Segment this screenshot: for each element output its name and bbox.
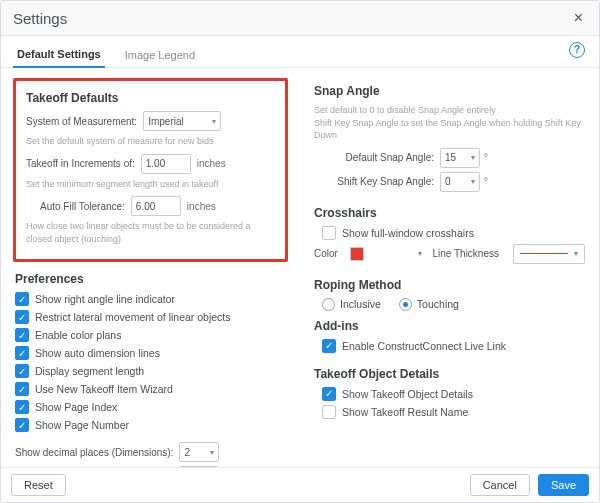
preference-checkbox[interactable]: ✓ <box>15 328 29 342</box>
live-link-checkbox[interactable]: ✓ <box>322 339 336 353</box>
preference-checkbox[interactable]: ✓ <box>15 400 29 414</box>
roping-inclusive-option[interactable]: Inclusive <box>322 298 381 311</box>
show-object-details-checkbox[interactable]: ✓ <box>322 387 336 401</box>
autofill-unit: inches <box>187 201 216 212</box>
preferences-title: Preferences <box>15 272 286 286</box>
chevron-down-icon[interactable]: ▾ <box>412 249 422 258</box>
default-snap-angle-value: 15 <box>445 152 456 163</box>
chevron-down-icon: ▾ <box>206 117 216 126</box>
preference-label: Enable color plans <box>35 329 121 341</box>
close-icon[interactable]: × <box>570 7 587 29</box>
preference-checkbox[interactable]: ✓ <box>15 418 29 432</box>
degree-icon: ° <box>484 152 488 163</box>
cancel-button[interactable]: Cancel <box>470 474 530 496</box>
system-of-measurement-row: System of Measurement: Imperial ▾ <box>26 111 275 131</box>
help-icon[interactable]: ? <box>569 42 585 58</box>
snap-angle-title: Snap Angle <box>314 84 585 98</box>
shift-snap-angle-value: 0 <box>445 176 451 187</box>
autofill-input[interactable] <box>131 196 181 216</box>
preferences-list: ✓Show right angle line indicator✓Restric… <box>15 292 286 432</box>
crosshairs-color-swatch[interactable] <box>350 247 364 261</box>
settings-dialog: Settings × Default Settings Image Legend… <box>0 0 600 503</box>
autofill-hint: How close two linear objects must be to … <box>26 220 275 245</box>
shift-snap-angle-select[interactable]: 0 ▾ <box>440 172 480 192</box>
preference-row: ✓Show right angle line indicator <box>15 292 286 306</box>
increments-input[interactable] <box>141 154 191 174</box>
addins-title: Add-ins <box>314 319 585 333</box>
dialog-title: Settings <box>13 10 570 27</box>
reset-button[interactable]: Reset <box>11 474 66 496</box>
preference-row: ✓Display segment length <box>15 364 286 378</box>
show-full-crosshairs-row: Show full-window crosshairs <box>322 226 585 240</box>
chevron-down-icon: ▾ <box>465 177 475 186</box>
takeoff-defaults-section: Takeoff Defaults System of Measurement: … <box>13 78 288 262</box>
decimal-places-dimensions-value: 2 <box>184 447 190 458</box>
tab-default-settings[interactable]: Default Settings <box>13 42 105 68</box>
preference-label: Restrict lateral movement of linear obje… <box>35 311 231 323</box>
snap-angle-hint: Set default to 0 to disable Snap Angle e… <box>314 104 585 142</box>
preference-label: Show right angle line indicator <box>35 293 175 305</box>
degree-icon: ° <box>484 176 488 187</box>
preference-label: Show Page Index <box>35 401 117 413</box>
radio-icon <box>322 298 335 311</box>
preference-checkbox[interactable]: ✓ <box>15 346 29 360</box>
shift-snap-angle-label: Shift Key Snap Angle: <box>324 176 434 187</box>
crosshairs-thickness-select[interactable]: ▾ <box>513 244 585 264</box>
crosshairs-style-row: Color ▾ Line Thickness ▾ <box>314 244 585 264</box>
system-of-measurement-hint: Set the default system of measure for ne… <box>26 135 275 148</box>
roping-inclusive-label: Inclusive <box>340 298 381 310</box>
tab-image-legend[interactable]: Image Legend <box>121 43 199 67</box>
roping-method-title: Roping Method <box>314 278 585 292</box>
preference-label: Show auto dimension lines <box>35 347 160 359</box>
autofill-row: Auto Fill Tolerance: inches <box>26 196 275 216</box>
dialog-footer: Reset Cancel Save <box>1 467 599 502</box>
preference-checkbox[interactable]: ✓ <box>15 382 29 396</box>
roping-touching-option[interactable]: Touching <box>399 298 459 311</box>
system-of-measurement-value: Imperial <box>148 116 184 127</box>
shift-snap-angle-row: Shift Key Snap Angle: 0 ▾ ° <box>314 172 585 192</box>
preference-row: ✓Show auto dimension lines <box>15 346 286 360</box>
preference-label: Show Page Number <box>35 419 129 431</box>
decimal-places-dimensions-select[interactable]: 2 ▾ <box>179 442 219 462</box>
preference-checkbox[interactable]: ✓ <box>15 364 29 378</box>
default-snap-angle-select[interactable]: 15 ▾ <box>440 148 480 168</box>
increments-hint: Set the minimum segment length used in t… <box>26 178 275 191</box>
chevron-down-icon: ▾ <box>465 153 475 162</box>
chevron-down-icon: ▾ <box>204 448 214 457</box>
show-full-crosshairs-label: Show full-window crosshairs <box>342 227 474 239</box>
left-column: Takeoff Defaults System of Measurement: … <box>1 68 300 467</box>
preference-row: ✓Use New Takeoff Item Wizard <box>15 382 286 396</box>
crosshairs-title: Crosshairs <box>314 206 585 220</box>
increments-label: Takeoff in Increments of: <box>26 158 135 169</box>
show-full-crosshairs-checkbox[interactable] <box>322 226 336 240</box>
preference-label: Use New Takeoff Item Wizard <box>35 383 173 395</box>
default-snap-angle-label: Default Snap Angle: <box>324 152 434 163</box>
save-button[interactable]: Save <box>538 474 589 496</box>
show-result-name-label: Show Takeoff Result Name <box>342 406 468 418</box>
system-of-measurement-select[interactable]: Imperial ▾ <box>143 111 221 131</box>
chevron-down-icon: ▾ <box>568 249 578 258</box>
preference-row: ✓Restrict lateral movement of linear obj… <box>15 310 286 324</box>
show-object-details-row: ✓ Show Takeoff Object Details <box>322 387 585 401</box>
preference-checkbox[interactable]: ✓ <box>15 292 29 306</box>
crosshairs-color-label: Color <box>314 248 338 259</box>
preference-row: ✓Show Page Index <box>15 400 286 414</box>
preference-row: ✓Enable color plans <box>15 328 286 342</box>
dialog-header: Settings × <box>1 1 599 36</box>
preference-label: Display segment length <box>35 365 144 377</box>
line-sample-icon <box>520 253 568 254</box>
decimal-places-dimensions-label: Show decimal places (Dimensions): <box>15 447 173 458</box>
system-of-measurement-label: System of Measurement: <box>26 116 137 127</box>
show-result-name-row: Show Takeoff Result Name <box>322 405 585 419</box>
show-result-name-checkbox[interactable] <box>322 405 336 419</box>
increments-unit: inches <box>197 158 226 169</box>
decimal-places-dimensions-row: Show decimal places (Dimensions): 2 ▾ <box>15 442 286 462</box>
crosshairs-thickness-label: Line Thickness <box>432 248 499 259</box>
dialog-body: Takeoff Defaults System of Measurement: … <box>1 68 599 467</box>
preference-checkbox[interactable]: ✓ <box>15 310 29 324</box>
show-object-details-label: Show Takeoff Object Details <box>342 388 473 400</box>
live-link-label: Enable ConstructConnect Live Link <box>342 340 506 352</box>
roping-method-group: Inclusive Touching <box>322 298 585 311</box>
tab-bar: Default Settings Image Legend ? <box>1 36 599 68</box>
object-details-title: Takeoff Object Details <box>314 367 585 381</box>
